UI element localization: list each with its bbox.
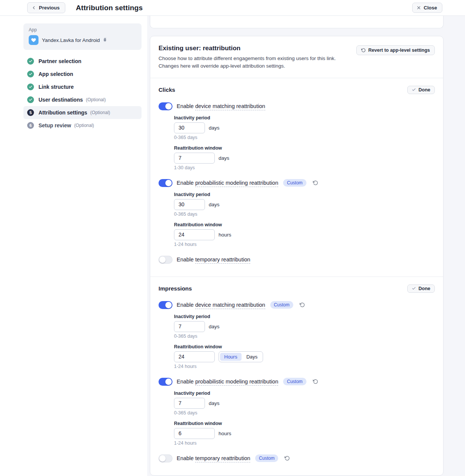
reattribution-window-input[interactable] — [174, 153, 215, 164]
toggle-label-prefix: Enable — [177, 302, 194, 308]
app-name-text: Yandex.Lavka for Android — [42, 37, 100, 43]
inactivity-period-field: Inactivity period days 0-365 days — [174, 391, 435, 416]
check-circle-icon — [27, 58, 34, 65]
undo-icon[interactable] — [313, 180, 318, 185]
undo-icon[interactable] — [300, 302, 305, 308]
content-area: Existing user: reattribution Choose how … — [147, 16, 465, 476]
step-app-selection[interactable]: App selection — [23, 68, 142, 80]
step-attribution-settings[interactable]: 5 Attribution settings (Optional) — [23, 106, 142, 119]
step-setup-review[interactable]: 6 Setup review (Optional) — [23, 119, 142, 132]
revert-to-app-level-button[interactable]: Revert to app-level settings — [356, 45, 435, 55]
unit-label: days — [209, 400, 220, 406]
toggle-label: Enable probabilistic modeling reattribut… — [177, 379, 278, 385]
clicks-done-button[interactable]: Done — [407, 86, 435, 94]
device-matching-toggle[interactable] — [159, 102, 172, 110]
done-label: Done — [419, 87, 430, 93]
probabilistic-term[interactable]: probabilistic modeling reattribution — [195, 180, 278, 187]
field-label: Reattribution window — [174, 145, 435, 151]
inactivity-period-field: Inactivity period days 0-365 days — [174, 192, 435, 217]
top-bar: Previous Attribution settings Close — [0, 0, 465, 16]
step-partner-selection[interactable]: Partner selection — [23, 55, 142, 68]
toggle-knob — [159, 257, 166, 263]
check-circle-icon — [27, 83, 34, 90]
revert-label: Revert to app-level settings — [368, 48, 430, 53]
unit-label: hours — [219, 232, 231, 238]
custom-badge: Custom — [283, 179, 306, 187]
inactivity-period-input[interactable] — [174, 398, 205, 409]
panel-description: Choose how to attribute different engage… — [159, 55, 356, 70]
days-segment[interactable]: Days — [242, 353, 262, 361]
unit-label: days — [209, 125, 220, 131]
clicks-section: Clicks Done Enable device matching reatt… — [150, 78, 443, 277]
step-optional-label: (Optional) — [74, 123, 94, 128]
field-label: Inactivity period — [174, 192, 435, 198]
inactivity-period-input[interactable] — [174, 199, 205, 210]
panel-title: Existing user: reattribution — [159, 45, 356, 52]
app-card: App Yandex.Lavka for Android — [23, 23, 142, 50]
reattribution-window-input[interactable] — [174, 229, 215, 240]
device-matching-term[interactable]: device matching reattribution — [195, 103, 265, 110]
field-hint: 0-365 days — [174, 334, 435, 339]
device-matching-term[interactable]: device matching reattribution — [195, 302, 265, 309]
toggle-label: Enable device matching reattribution — [177, 302, 265, 308]
reattribution-window-field: Reattribution window days 1-30 days — [174, 145, 435, 171]
impressions-done-button[interactable]: Done — [407, 284, 435, 293]
undo-icon[interactable] — [313, 379, 318, 384]
reattribution-window-field: Reattribution window Hours Days 1-24 hou… — [174, 344, 435, 369]
check-circle-icon — [27, 71, 34, 77]
reattribution-window-input[interactable] — [174, 428, 215, 439]
unit-label: days — [219, 155, 229, 161]
toggle-knob — [165, 180, 172, 186]
step-optional-label: (Optional) — [86, 97, 106, 102]
device-matching-toggle[interactable] — [159, 301, 172, 309]
toggle-label-prefix: Enable — [177, 455, 194, 461]
field-hint: 1-24 hours — [174, 440, 435, 446]
impressions-section: Impressions Done Enable device matching … — [150, 277, 443, 475]
toggle-label: Enable probabilistic modeling reattribut… — [177, 180, 278, 186]
step-number-badge: 5 — [27, 109, 34, 116]
previous-card-bottom — [150, 16, 443, 28]
field-label: Inactivity period — [174, 314, 435, 320]
step-label: App selection — [38, 71, 73, 77]
temporary-toggle[interactable] — [159, 256, 172, 264]
field-hint: 0-365 days — [174, 212, 435, 217]
undo-icon[interactable] — [285, 456, 290, 461]
close-label: Close — [424, 5, 437, 11]
unit-label: days — [209, 324, 220, 329]
step-label: Attribution settings — [38, 110, 87, 116]
step-label: Setup review — [38, 122, 71, 128]
inactivity-period-field: Inactivity period days 0-365 days — [174, 115, 435, 141]
reattribution-window-input[interactable] — [174, 351, 215, 362]
check-circle-icon — [27, 96, 34, 103]
field-label: Reattribution window — [174, 344, 435, 350]
temporary-term[interactable]: temporary reattribution — [195, 257, 250, 264]
hours-segment[interactable]: Hours — [220, 353, 242, 361]
toggle-label-prefix: Enable — [177, 379, 194, 385]
inactivity-period-input[interactable] — [174, 321, 205, 332]
panel-header: Existing user: reattribution Choose how … — [150, 36, 443, 78]
app-logo-icon — [29, 35, 38, 45]
temporary-toggle-row: Enable temporary reattribution — [159, 256, 435, 264]
temporary-toggle-row: Enable temporary reattribution Custom — [159, 454, 435, 462]
device-matching-toggle-row: Enable device matching reattribution Cus… — [159, 301, 435, 309]
custom-badge: Custom — [255, 454, 278, 462]
close-button[interactable]: Close — [412, 3, 442, 13]
probabilistic-toggle[interactable] — [159, 378, 172, 386]
inactivity-period-input[interactable] — [174, 122, 205, 133]
probabilistic-toggle[interactable] — [159, 179, 172, 187]
step-label: Link structure — [38, 84, 74, 90]
previous-button[interactable]: Previous — [27, 2, 65, 13]
check-icon — [412, 88, 416, 92]
field-label: Reattribution window — [174, 222, 435, 228]
step-user-destinations[interactable]: User destinations (Optional) — [23, 93, 142, 106]
probabilistic-term[interactable]: probabilistic modeling reattribution — [195, 379, 278, 386]
temporary-term[interactable]: temporary reattribution — [195, 455, 250, 462]
step-optional-label: (Optional) — [90, 110, 110, 115]
unit-segmented-control: Hours Days — [219, 351, 263, 362]
toggle-label: Enable temporary reattribution — [177, 455, 250, 461]
wizard-sidebar: App Yandex.Lavka for Android Partner se — [0, 16, 147, 476]
toggle-label-prefix: Enable — [177, 180, 194, 186]
step-link-structure[interactable]: Link structure — [23, 80, 142, 93]
toggle-knob — [165, 103, 172, 110]
temporary-toggle[interactable] — [159, 454, 172, 462]
